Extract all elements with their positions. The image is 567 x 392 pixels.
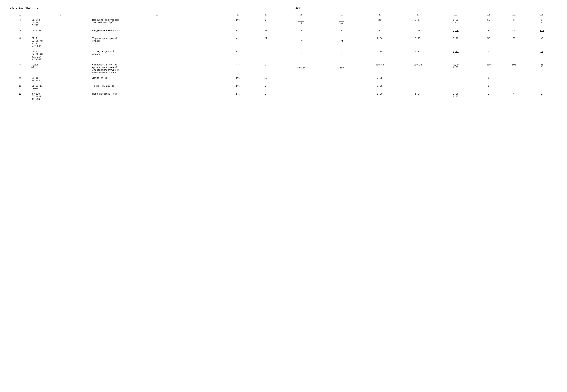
cell-row5-col7: - (324, 28, 360, 36)
cell-row8-col6: 394,64 (278, 62, 324, 75)
cell-row10-col5: 2 (253, 83, 278, 91)
column-headers: I 2 3 4 5 6 7 8 9 IO II I2 I3 (10, 12, 557, 17)
cell-row5-col11: - (476, 28, 501, 36)
cell-row7-col1: 7 (10, 49, 30, 62)
table-row: 6 II-I I7-06-48 п.I-II4 п.I-260 Термомет… (10, 36, 557, 49)
cell-row6-col12: I5 (501, 36, 527, 49)
col-header-13: I3 (527, 12, 557, 17)
cell-row8-col10: 4I,34 0,08 (435, 62, 476, 75)
cell-row7-col2: II-I I7-06-48 п.I-II4 п.I-260 (30, 49, 91, 62)
page-number: - 216 - (292, 7, 303, 9)
cell-row10-col7: - (324, 83, 360, 91)
cell-row10-col6: - (278, 83, 324, 91)
cell-row4-col9: 2,57 (400, 17, 436, 28)
cell-row7-col11: 6 (476, 49, 501, 62)
cell-row7-col3: То же, в угловойоправе (91, 49, 223, 62)
col-header-12: I2 (501, 12, 527, 17)
cell-row8-col13: 4I I (527, 62, 557, 75)
cell-row4-col3: Манометр электрокон-тактный ВЭ-Iбрб (91, 17, 223, 28)
cell-row11-col4: шт. (223, 91, 253, 102)
page-header: 903-2-II. Ан.УП,ч.2 - 216 - (10, 7, 557, 9)
cell-row4-col7: I2 (324, 17, 360, 28)
cell-row11-col7: - (324, 91, 360, 102)
col-header-1: I (10, 12, 30, 17)
cell-row8-col1: 8 (10, 62, 30, 75)
cell-row5-col1: 5 (10, 28, 30, 36)
cell-row9-col11: I (476, 75, 501, 83)
table-row: 7 II-I I7-06-48 п.I-II4 п.I-260 То же, в… (10, 49, 557, 62)
cell-row9-col5: IO (253, 75, 278, 83)
col-header-10: IO (435, 12, 476, 17)
cell-row4-col5: 2 (253, 17, 278, 28)
table-row: 4 II-243 I7-04 2-II9 Манометр электрокон… (10, 17, 557, 28)
cell-row6-col6: I (278, 36, 324, 49)
cell-row5-col10: 3,48 – (435, 28, 476, 36)
cell-row5-col3: Разделительный сосуд (91, 28, 223, 36)
cell-row7-col9: 0,7I (400, 49, 436, 62)
cell-row8-col3: Стоимость и монтажщита с подготовкойэлек… (91, 62, 223, 75)
cell-row11-col13: 2 I (527, 91, 557, 102)
cell-row4-col11: 50 (476, 17, 501, 28)
cell-row7-col13: –I – (527, 49, 557, 62)
cell-row4-col13: 3 – (527, 17, 557, 28)
cell-row7-col6: I (278, 49, 324, 62)
cell-row9-col2: I5-I5 33-002 (30, 75, 91, 83)
cell-row9-col8: 0,05 (360, 75, 400, 83)
col-header-2: 2 (30, 12, 91, 17)
cell-row4-col8: 25 (360, 17, 400, 28)
table-row: IO I6-03-II 7-026 То же, НБ 220-60 шт. 2… (10, 83, 557, 91)
cell-row10-col1: IO (10, 83, 30, 91)
cell-row4-col2: II-243 I7-04 2-II9 (30, 17, 91, 28)
cell-row6-col3: Термометр в прямойоправе (91, 36, 223, 49)
col-header-3: 3 (91, 12, 223, 17)
cell-row7-col10: 0,22 – (435, 49, 476, 62)
cell-row4-col12: 5 (501, 17, 527, 28)
cell-row11-col12: 5 (501, 91, 527, 102)
cell-row10-col3: То же, НБ 220-60 (91, 83, 223, 91)
cell-row7-col8: 3,09 (360, 49, 400, 62)
cell-row5-col4: шт. (223, 28, 253, 36)
col-header-9: 9 (400, 12, 436, 17)
cell-row6-col4: шт. (223, 36, 253, 49)
cell-row10-col13: - (527, 83, 557, 91)
cell-row8-col7: 395 (324, 62, 360, 75)
table-row: 8 Кальк. №I Стоимость и монтажщита с под… (10, 62, 557, 75)
cell-row6-col10: 0,22 – (435, 36, 476, 49)
cell-row9-col9: - (400, 75, 436, 83)
cell-row9-col13: - (527, 75, 557, 83)
cell-row4-col10: I,33 – (435, 17, 476, 28)
table-row: 5 II-I73I Разделительный сосуд шт. 37 - … (10, 28, 557, 36)
cell-row6-col5: 2I (253, 36, 278, 49)
cell-row8-col5: I (253, 62, 278, 75)
cell-row9-col7: - (324, 75, 360, 83)
cell-row8-col2: Кальк. №I (30, 62, 91, 75)
cell-row11-col11: 2 (476, 91, 501, 102)
cell-row6-col2: II-I I7-06-48 п.I-II4 п.I-260 (30, 36, 91, 49)
cell-row4-col1: 4 (10, 17, 30, 28)
cell-row10-col4: шт. (223, 83, 253, 91)
cell-row5-col12: 235 (501, 28, 527, 36)
cell-row5-col8: - (360, 28, 400, 36)
main-table: I 2 3 4 5 6 7 8 9 IO II I2 I3 4 II-243 I… (10, 12, 557, 102)
cell-row11-col8: I,90 (360, 91, 400, 102)
cell-row8-col12: I06 (501, 62, 527, 75)
table-row: 9 I5-I5 33-002 Лампа КМ-60 шт. IO - - 0,… (10, 75, 557, 83)
cell-row11-col9: 5,04 (400, 91, 436, 102)
cell-row10-col8: 0,08 (360, 83, 400, 91)
cell-row5-col2: II-I73I (30, 28, 91, 36)
cell-row8-col8: 936,45 (360, 62, 400, 75)
cell-row9-col6: - (278, 75, 324, 83)
cell-row9-col4: шт. (223, 75, 253, 83)
cell-row9-col10: - (435, 75, 476, 83)
cell-row7-col12: I (501, 49, 527, 62)
cell-row8-col9: I06,I4 (400, 62, 436, 75)
col-header-4: 4 (223, 12, 253, 17)
cell-row10-col10: - (435, 83, 476, 91)
cell-row9-col12: - (501, 75, 527, 83)
cell-row10-col11: I (476, 83, 501, 91)
col-header-5: 5 (253, 12, 278, 17)
cell-row11-col6: - (278, 91, 324, 102)
cell-row6-col8: 2,54 (360, 36, 400, 49)
cell-row5-col6: - (278, 28, 324, 36)
cell-row6-col13: –5 – (527, 36, 557, 49)
